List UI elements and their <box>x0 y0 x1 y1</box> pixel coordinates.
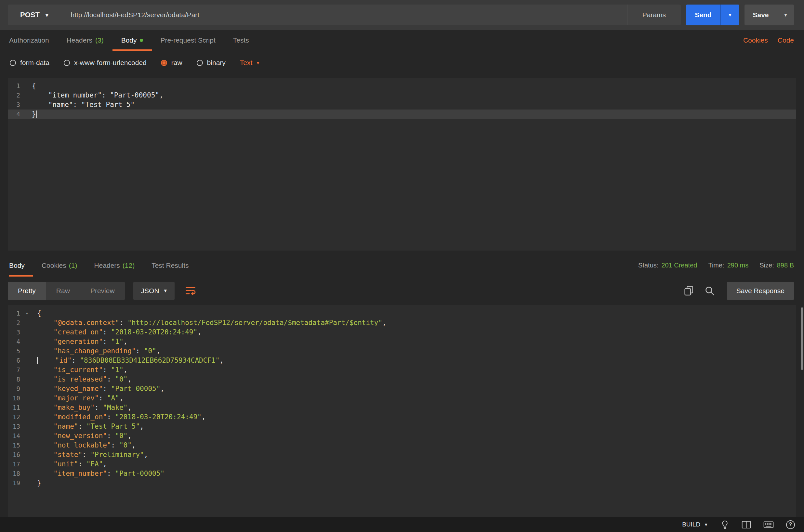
save-options-dropdown[interactable]: ▼ <box>777 4 794 25</box>
line-number: 2 <box>8 91 23 100</box>
code-line[interactable]: 6 "id": "836DB08EB33D412EB662D75934CADCF… <box>8 356 796 365</box>
tab-label: Body <box>121 36 137 44</box>
code-text: "item_number": "Part-00005" <box>31 469 796 478</box>
tab-label: Headers <box>94 262 120 269</box>
body-type-urlencoded[interactable]: x-www-form-urlencoded <box>64 59 147 66</box>
code-text: } <box>31 478 796 488</box>
save-button[interactable]: Save <box>745 4 777 25</box>
code-line[interactable]: 4} <box>8 110 796 119</box>
json-key: "state" <box>54 451 82 459</box>
tab-authorization[interactable]: Authorization <box>9 30 58 51</box>
tab-tests[interactable]: Tests <box>224 30 258 51</box>
keyboard-icon[interactable] <box>763 521 774 528</box>
spacer <box>258 30 738 51</box>
save-response-button[interactable]: Save Response <box>727 282 794 300</box>
text-cursor <box>36 111 37 118</box>
line-number: 4 <box>8 110 23 119</box>
spacer <box>197 254 628 277</box>
json-key: "major_rev" <box>54 394 99 402</box>
code-line[interactable]: 17 "unit": "EA", <box>8 459 796 469</box>
code-line[interactable]: 3 "name": "Test Part 5" <box>8 100 796 110</box>
lightbulb-icon[interactable] <box>721 520 729 529</box>
code-text: } <box>23 110 796 119</box>
code-line[interactable]: 14 "new_version": "0", <box>8 431 796 441</box>
json-key: "unit" <box>54 460 78 468</box>
cookies-link[interactable]: Cookies <box>738 30 773 51</box>
json-value: "http://localhost/FedSP12/server/odata/$… <box>128 319 382 327</box>
size-label: Size: <box>760 262 774 269</box>
body-type-raw[interactable]: raw <box>161 59 182 66</box>
code-text: "new_version": "0", <box>31 431 796 441</box>
build-selector[interactable]: BUILD ▼ <box>682 521 708 528</box>
raw-language-dropdown[interactable]: Text ▾ <box>240 59 259 66</box>
view-preview-button[interactable]: Preview <box>80 282 125 300</box>
copy-icon[interactable] <box>681 283 696 298</box>
code-text: "major_rev": "A", <box>31 394 796 403</box>
wrap-lines-icon[interactable] <box>183 283 198 298</box>
response-time: Time: 290 ms <box>697 254 748 277</box>
code-line[interactable]: 1{ <box>8 81 796 91</box>
line-number: 1 <box>8 81 23 91</box>
method-dropdown[interactable]: POST ▾ <box>8 4 62 25</box>
code-line[interactable]: 8 "is_released": "0", <box>8 375 796 384</box>
code-text: { <box>31 309 796 318</box>
line-number: 13 <box>8 422 23 431</box>
code-line[interactable]: 19} <box>8 478 796 488</box>
code-text: "not_lockable": "0", <box>31 441 796 450</box>
code-line[interactable]: 12 "modified_on": "2018-03-20T20:24:49", <box>8 413 796 422</box>
fold-arrow-icon[interactable]: ▾ <box>23 309 31 318</box>
code-line[interactable]: 2 "item_number": "Part-00005", <box>8 91 796 100</box>
response-tab-test-results[interactable]: Test Results <box>143 254 197 277</box>
raw-language-label: Text <box>240 59 253 66</box>
json-value: "Make" <box>103 404 128 412</box>
code-line[interactable]: 4 "generation": "1", <box>8 337 796 346</box>
tab-headers[interactable]: Headers (3) <box>58 30 112 51</box>
tab-label: Cookies <box>42 262 66 269</box>
response-tab-headers[interactable]: Headers (12) <box>86 254 143 277</box>
two-pane-layout-icon[interactable] <box>742 520 751 529</box>
request-body-editor[interactable]: 1{2 "item_number": "Part-00005",3 "name"… <box>8 78 796 251</box>
code-line[interactable]: 3 "created_on": "2018-03-20T20:24:49", <box>8 328 796 337</box>
chevron-down-icon: ▾ <box>45 12 49 18</box>
url-input[interactable]: http://localhost/FedSP12/server/odata/Pa… <box>62 11 627 19</box>
response-body-editor[interactable]: 1▾{2 "@odata.context": "http://localhost… <box>8 305 796 517</box>
view-raw-button[interactable]: Raw <box>46 282 80 300</box>
body-type-binary[interactable]: binary <box>197 59 226 66</box>
response-tab-body[interactable]: Body <box>9 254 33 277</box>
response-tab-cookies[interactable]: Cookies (1) <box>33 254 86 277</box>
build-label: BUILD <box>682 521 700 528</box>
body-type-form-data[interactable]: form-data <box>10 59 50 66</box>
code-line[interactable]: 13 "name": "Test Part 5", <box>8 422 796 431</box>
scrollbar-thumb[interactable] <box>801 307 803 370</box>
tab-pre-request-script[interactable]: Pre-request Script <box>152 30 224 51</box>
code-line[interactable]: 1▾{ <box>8 309 796 318</box>
json-key: "make_buy" <box>54 404 95 412</box>
code-link[interactable]: Code <box>773 30 794 51</box>
line-number: 4 <box>8 337 23 346</box>
code-line[interactable]: 11 "make_buy": "Make", <box>8 403 796 413</box>
line-number: 3 <box>8 328 23 337</box>
send-button[interactable]: Send <box>686 4 721 25</box>
code-line[interactable]: 7 "is_current": "1", <box>8 365 796 375</box>
json-value: "1" <box>111 366 124 374</box>
params-button[interactable]: Params <box>627 4 681 25</box>
tab-label: Body <box>9 262 25 269</box>
send-options-dropdown[interactable]: ▼ <box>721 4 739 25</box>
json-value: "0" <box>144 347 156 355</box>
code-line[interactable]: 18 "item_number": "Part-00005" <box>8 469 796 478</box>
tab-body[interactable]: Body <box>112 30 152 51</box>
response-language-dropdown[interactable]: JSON ▾ <box>133 282 175 300</box>
status-bar: BUILD ▼ ? <box>0 517 804 532</box>
code-line[interactable]: 10 "major_rev": "A", <box>8 394 796 403</box>
view-pretty-button[interactable]: Pretty <box>8 282 46 300</box>
response-status: Status: 201 Created <box>627 254 697 277</box>
search-icon[interactable] <box>702 283 717 298</box>
code-line[interactable]: 9 "keyed_name": "Part-00005", <box>8 384 796 394</box>
code-line[interactable]: 2 "@odata.context": "http://localhost/Fe… <box>8 318 796 328</box>
code-line[interactable]: 15 "not_lockable": "0", <box>8 441 796 450</box>
radio-unselected-icon <box>197 60 203 66</box>
help-icon[interactable]: ? <box>786 520 795 529</box>
code-line[interactable]: 16 "state": "Preliminary", <box>8 450 796 459</box>
code-line[interactable]: 5 "has_change_pending": "0", <box>8 346 796 356</box>
line-number: 2 <box>8 318 23 328</box>
